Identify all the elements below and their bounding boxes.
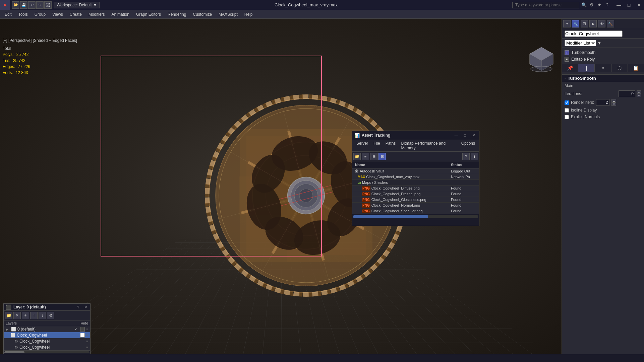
asset-minimize-btn[interactable]: —	[453, 132, 460, 139]
menu-edit[interactable]: Edit	[1, 11, 15, 18]
layer-options-btn[interactable]: ⚙	[47, 312, 54, 319]
asset-restore-btn[interactable]: □	[462, 132, 468, 139]
render-iters-checkbox[interactable]	[565, 100, 569, 105]
iterations-up[interactable]: ▲	[637, 90, 641, 94]
layer-item-clock-cogwheel[interactable]: ⬜ Clock_Cogwheel ≡	[4, 332, 90, 338]
asset-grid-btn[interactable]: ⊞	[370, 153, 377, 160]
modifier-item-turbosmooth[interactable]: T TurboSmooth	[562, 49, 644, 56]
isoline-checkbox[interactable]	[565, 108, 569, 113]
search-icon[interactable]: 🔍	[581, 2, 587, 8]
layer-create-btn[interactable]: 📁	[5, 312, 12, 319]
asset-menu-server[interactable]: Server	[354, 140, 371, 151]
mod-tab-pin[interactable]: 📌	[562, 64, 578, 72]
rp-motion-btn[interactable]: ▶	[589, 20, 597, 27]
nav-cube[interactable]	[528, 46, 555, 72]
layer-scrollbar[interactable]	[4, 350, 90, 354]
layer-move-btn[interactable]: ↑	[30, 312, 38, 319]
layer-move2-btn[interactable]: ↓	[39, 312, 46, 319]
object-name-input[interactable]	[565, 30, 623, 37]
minimize-btn[interactable]: —	[614, 0, 624, 10]
titlebar: 🔺 📂 💾 ↩ ↪ 🖼 Workspace: Default ▼ Clock_C…	[0, 0, 644, 10]
asset-add-btn[interactable]: 📁	[353, 153, 361, 160]
workspace-dropdown[interactable]: Workspace: Default ▼	[54, 2, 100, 8]
explicit-normals-checkbox[interactable]	[565, 115, 569, 119]
asset-row-glossiness[interactable]: PNGClock_Cogwheel_Glossiness.png Found	[352, 197, 479, 203]
redo-btn[interactable]: ↪	[36, 1, 44, 9]
render-iters-up[interactable]: ▲	[611, 99, 616, 102]
open-file-btn[interactable]: 📂	[12, 1, 19, 9]
layer-item-clock-sub1[interactable]: ⚙ Clock_Cogwheel ≡	[4, 338, 90, 344]
col-status[interactable]: Status	[448, 161, 479, 168]
close-btn[interactable]: ✕	[634, 0, 644, 10]
menu-maxscript[interactable]: MAXScript	[215, 11, 241, 18]
menu-help[interactable]: Help	[241, 11, 256, 18]
rp-utilities-btn[interactable]: 🔨	[607, 20, 614, 27]
layer-item-clock-sub2[interactable]: ⚙ Clock_Cogwheel ≡	[4, 344, 90, 350]
asset-menu-bitmap[interactable]: Bitmap Performance and Memory	[398, 140, 458, 151]
asset-row-normal[interactable]: PNGClock_Cogwheel_Normal.png Found	[352, 203, 479, 208]
layer-item-default[interactable]: ▶ ⬜ 0 (default) ✓ ≡	[4, 326, 90, 332]
bookmark-icon[interactable]: ★	[596, 2, 603, 8]
asset-table-btn[interactable]: ⊟	[378, 153, 386, 160]
asset-menu-file[interactable]: File	[371, 140, 383, 151]
menu-modifiers[interactable]: Modifiers	[85, 11, 108, 18]
modifier-dropdown[interactable]: Modifier List	[565, 40, 596, 46]
asset-help-btn[interactable]: ?	[462, 153, 470, 160]
render-iters-down[interactable]: ▼	[611, 102, 616, 106]
rp-modify-btn[interactable]: 🔧	[572, 20, 579, 27]
rp-display-btn[interactable]: 👁	[598, 20, 605, 27]
layer-sub1-scroll: ≡	[86, 340, 88, 343]
col-name[interactable]: Name	[352, 161, 448, 168]
asset-close-btn[interactable]: ✕	[470, 132, 477, 139]
asset-info-btn[interactable]: ℹ	[471, 153, 478, 160]
modifier-item-editablepoly[interactable]: E Editable Poly	[562, 56, 644, 63]
rp-hierarchy-btn[interactable]: ⚄	[581, 20, 588, 27]
help-icon[interactable]: ?	[604, 2, 610, 8]
asset-row-max[interactable]: MAXClock_Cogwheel_max_vray.max Network P…	[352, 174, 479, 180]
menu-rendering[interactable]: Rendering	[164, 11, 189, 18]
iterations-down[interactable]: ▼	[637, 94, 641, 97]
layer-vis	[80, 327, 85, 332]
restore-btn[interactable]: □	[624, 0, 634, 10]
modifier-options-btn[interactable]: ▼	[597, 41, 601, 46]
mod-tab-edge[interactable]: ⬡	[611, 64, 628, 72]
asset-row-diffuse[interactable]: PNGClock_Cogwheel_Diffuse.png Found	[352, 186, 479, 191]
rp-create-btn[interactable]: ✦	[563, 20, 571, 27]
iterations-spinner[interactable]: ▲ ▼	[637, 90, 641, 97]
layer-add-btn[interactable]: +	[22, 312, 29, 319]
iterations-input[interactable]	[619, 90, 635, 97]
search-options-icon[interactable]: ⚙	[588, 2, 595, 8]
search-area: 🔍 ⚙ ★ ?	[512, 2, 614, 8]
menu-graph-editors[interactable]: Graph Editors	[133, 11, 164, 18]
mod-tab-vertex[interactable]: ✦	[595, 64, 611, 72]
section-header-turbosmooth[interactable]: – TurboSmooth	[562, 74, 644, 82]
asset-row-fresnel[interactable]: PNGClock_Cogwheel_Fresnel.png Found	[352, 191, 479, 197]
menu-create[interactable]: Create	[66, 11, 85, 18]
asset-row-specular[interactable]: PNGClock_Cogwheel_Specular.png Found	[352, 208, 479, 214]
mod-tab-modify[interactable]: |	[578, 64, 595, 72]
asset-menu-options[interactable]: Options	[459, 140, 478, 151]
asset-menu-paths[interactable]: Paths	[383, 140, 399, 151]
layer-panel-close[interactable]: ✕	[83, 304, 88, 310]
asset-progressbar	[352, 214, 479, 219]
file-title: Clock_Cogwheel_max_vray.max	[100, 2, 512, 7]
asset-row-maps[interactable]: 🗂Maps / Shaders	[352, 180, 479, 186]
asset-row-vault[interactable]: 🏛Autodesk Vault Logged Out	[352, 168, 479, 174]
render-btn[interactable]: 🖼	[44, 1, 52, 9]
asset-list-btn[interactable]: ≡	[362, 153, 369, 160]
mod-tab-display[interactable]: 📋	[628, 64, 644, 72]
render-iters-spinner[interactable]: ▲ ▼	[611, 99, 616, 106]
save-btn[interactable]: 💾	[20, 1, 27, 9]
render-iters-input[interactable]	[596, 99, 609, 106]
turbosmooth-section: – TurboSmooth Main Iterations: ▲ ▼ Rende…	[562, 72, 644, 122]
layer-panel-help[interactable]: ?	[75, 304, 81, 310]
search-input[interactable]	[512, 2, 579, 8]
undo-btn[interactable]: ↩	[28, 1, 36, 9]
menu-tools[interactable]: Tools	[15, 11, 31, 18]
layer-delete-btn[interactable]: ✕	[13, 312, 21, 319]
menu-animation[interactable]: Animation	[108, 11, 133, 18]
menu-views[interactable]: Views	[49, 11, 66, 18]
asset-table-container[interactable]: Name Status 🏛Autodesk Vault Logged Out M…	[352, 161, 479, 214]
menu-group[interactable]: Group	[31, 11, 49, 18]
menu-customize[interactable]: Customize	[189, 11, 215, 18]
